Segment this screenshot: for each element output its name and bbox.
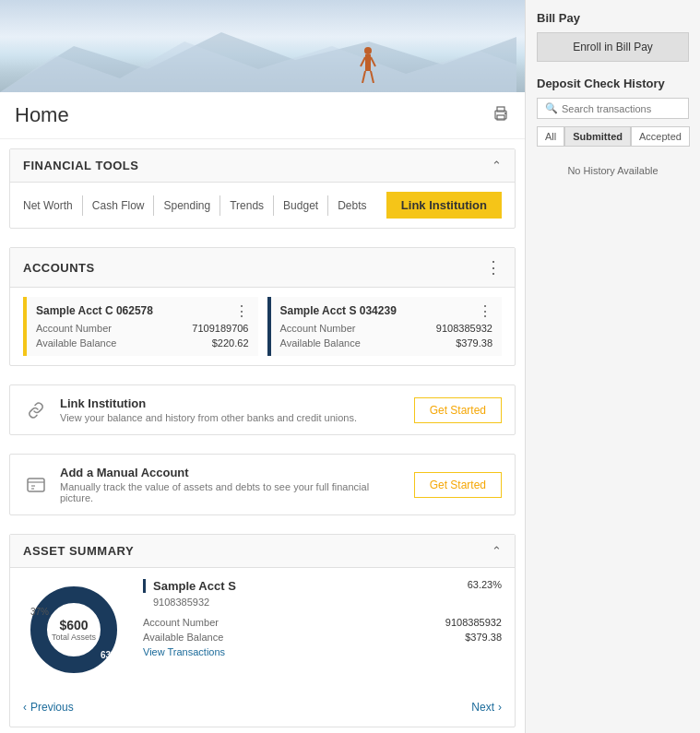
donut-subtitle: Total Assets	[52, 633, 96, 642]
svg-point-2	[364, 47, 372, 54]
manual-account-text: Add a Manual Account Manually track the …	[60, 466, 403, 503]
financial-tools-chevron[interactable]: ⌃	[492, 159, 502, 172]
account-dots-2[interactable]: ⋮	[478, 304, 492, 319]
home-header: Home	[0, 92, 525, 139]
accounts-menu-icon[interactable]: ⋮	[485, 257, 502, 278]
nav-trends[interactable]: Trends	[220, 195, 274, 216]
no-history-text: No History Available	[537, 156, 689, 185]
financial-tools-section: FINANCIAL TOOLS ⌃ Net Worth Cash Flow Sp…	[9, 148, 516, 229]
asset-number-label: Account Number	[143, 617, 219, 628]
financial-tools-header: FINANCIAL TOOLS ⌃	[10, 149, 515, 183]
manual-account-desc: Manually track the value of assets and d…	[60, 481, 403, 503]
manual-account-row: Add a Manual Account Manually track the …	[9, 454, 516, 515]
right-sidebar: Bill Pay Enroll in Bill Pay Deposit Chec…	[525, 0, 700, 733]
account-dots-1[interactable]: ⋮	[234, 304, 249, 319]
link-institution-button[interactable]: Link Institution	[386, 192, 502, 219]
manual-account-title: Add a Manual Account	[60, 466, 403, 479]
prev-chevron-icon: ‹	[23, 701, 27, 714]
enroll-bill-pay-button[interactable]: Enroll in Bill Pay	[537, 32, 689, 62]
asset-summary-title: ASSET SUMMARY	[23, 544, 134, 558]
link-institution-row: Link Institution View your balance and h…	[9, 384, 516, 435]
pct-37-label: 37%	[30, 607, 49, 617]
asset-balance-label: Available Balance	[143, 632, 223, 643]
filter-all[interactable]: All	[537, 126, 564, 147]
asset-summary-chevron[interactable]: ⌃	[492, 544, 502, 558]
asset-navigation: ‹ Previous Next ›	[10, 692, 515, 727]
svg-rect-3	[365, 54, 371, 71]
next-button[interactable]: Next ›	[471, 701, 502, 714]
account-card-checking: Sample Acct C 062578 ⋮ Account Number 71…	[23, 297, 258, 356]
asset-rows: Account Number 9108385932 Available Bala…	[143, 617, 502, 657]
acct1-number-value: 7109189706	[192, 323, 248, 334]
financial-tools-nav: Net Worth Cash Flow Spending Trends Budg…	[10, 183, 515, 228]
acct1-number-label: Account Number	[36, 323, 112, 334]
manual-account-icon	[23, 475, 49, 495]
nav-spending[interactable]: Spending	[154, 195, 220, 216]
next-label: Next	[471, 701, 494, 714]
account-card-savings: Sample Acct S 034239 ⋮ Account Number 91…	[267, 297, 503, 356]
acct2-number-value: 9108385932	[436, 323, 492, 334]
account-name-1: Sample Acct C 062578	[36, 304, 153, 317]
donut-amount: $600	[52, 618, 96, 633]
hero-banner	[0, 0, 525, 92]
asset-balance-value: $379.38	[465, 632, 502, 643]
acct1-balance-label: Available Balance	[36, 337, 116, 349]
search-input[interactable]	[562, 103, 681, 114]
view-transactions-link[interactable]: View Transactions	[143, 646, 225, 657]
asset-summary-header: ASSET SUMMARY ⌃	[10, 535, 515, 568]
nav-net-worth[interactable]: Net Worth	[23, 195, 83, 216]
svg-line-5	[371, 57, 375, 66]
financial-tools-title: FINANCIAL TOOLS	[23, 159, 138, 172]
manual-account-get-started[interactable]: Get Started	[414, 472, 502, 498]
svg-rect-12	[28, 479, 44, 491]
bill-pay-title: Bill Pay	[537, 11, 689, 25]
account-name-2: Sample Acct S 034239	[280, 304, 397, 317]
previous-label: Previous	[30, 701, 74, 714]
filter-tabs: All Submitted Accepted	[537, 126, 689, 147]
accounts-grid: Sample Acct C 062578 ⋮ Account Number 71…	[10, 288, 515, 365]
asset-account-number: 9108385932	[143, 597, 236, 608]
nav-cash-flow[interactable]: Cash Flow	[83, 195, 155, 216]
acct1-balance-value: $220.62	[212, 337, 249, 349]
acct2-balance-label: Available Balance	[280, 337, 361, 349]
asset-view-row: View Transactions	[143, 646, 502, 657]
link-icon	[23, 400, 49, 420]
link-institution-action-desc: View your balance and history from other…	[60, 412, 357, 423]
svg-line-4	[361, 57, 365, 66]
page-title: Home	[15, 103, 69, 127]
asset-summary-section: ASSET SUMMARY ⌃ $600 Total Assets 37% 63…	[9, 534, 516, 727]
accounts-title: ACCOUNTS	[23, 261, 95, 275]
link-institution-get-started[interactable]: Get Started	[414, 397, 502, 423]
acct2-number-label: Account Number	[280, 323, 356, 334]
pct-63-label: 63%	[101, 650, 119, 660]
accounts-section: ACCOUNTS ⋮ Sample Acct C 062578 ⋮ Accoun…	[9, 247, 516, 366]
filter-accepted[interactable]: Accepted	[631, 126, 690, 147]
link-institution-text: Link Institution View your balance and h…	[60, 396, 357, 423]
acct2-balance-value: $379.38	[456, 337, 492, 349]
svg-line-6	[362, 71, 365, 83]
search-box: 🔍	[537, 98, 689, 119]
previous-button[interactable]: ‹ Previous	[23, 701, 74, 714]
asset-number-value: 9108385932	[445, 617, 502, 628]
asset-account-name: Sample Acct S	[143, 579, 236, 593]
asset-number-row: Account Number 9108385932	[143, 617, 502, 628]
asset-balance-row: Available Balance $379.38	[143, 632, 502, 643]
link-institution-action-title: Link Institution	[60, 396, 357, 410]
search-icon: 🔍	[545, 102, 558, 114]
nav-budget[interactable]: Budget	[274, 195, 328, 216]
next-chevron-icon: ›	[498, 701, 502, 714]
accounts-header: ACCOUNTS ⋮	[10, 248, 515, 288]
deposit-check-title: Deposit Check History	[537, 77, 689, 90]
svg-line-7	[371, 71, 374, 83]
asset-percentage: 63.23%	[468, 579, 502, 590]
donut-label: $600 Total Assets	[52, 618, 96, 642]
svg-point-11	[504, 112, 506, 114]
filter-submitted[interactable]: Submitted	[564, 126, 631, 147]
print-icon[interactable]	[492, 105, 510, 126]
nav-debts[interactable]: Debts	[328, 195, 375, 216]
donut-chart: $600 Total Assets 37% 63%	[23, 579, 125, 680]
asset-summary-content: $600 Total Assets 37% 63% Sample Acct S …	[10, 568, 515, 692]
asset-detail: Sample Acct S 9108385932 63.23% Account …	[143, 579, 502, 661]
